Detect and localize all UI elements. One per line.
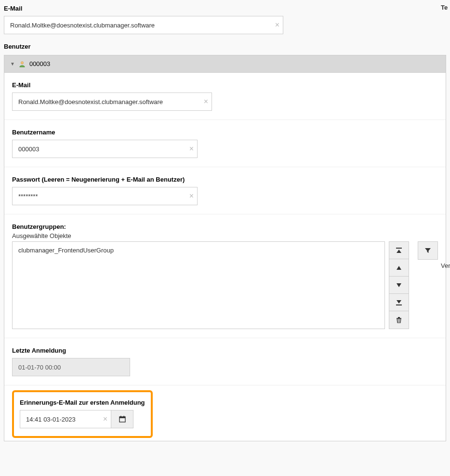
reminder-label: Erinnerungs-E-Mail zur ersten Anmeldung: [20, 399, 145, 406]
delete-button[interactable]: [389, 311, 409, 329]
cutoff-label-right: Te: [441, 4, 448, 11]
move-down-icon: [396, 282, 402, 289]
benutzer-section-label: Benutzer: [4, 43, 446, 50]
svg-rect-2: [396, 304, 402, 305]
filter-icon: [424, 247, 431, 254]
clear-icon[interactable]: ×: [275, 21, 279, 29]
groups-label: Benutzergruppen:: [12, 223, 438, 230]
reminder-date-input[interactable]: [20, 410, 111, 428]
list-item[interactable]: clubmanager_FrontendUserGroup: [18, 247, 379, 254]
user-icon: [19, 61, 26, 67]
calendar-button[interactable]: [111, 410, 133, 428]
email-input[interactable]: [12, 93, 212, 111]
move-bottom-icon: [395, 299, 403, 306]
clear-icon[interactable]: ×: [103, 415, 107, 423]
filter-button[interactable]: [418, 242, 437, 259]
cutoff-label-right-groups: Verf: [441, 262, 450, 269]
move-down-button[interactable]: [389, 277, 409, 294]
username-input[interactable]: [12, 140, 198, 158]
email-label: E-Mail: [12, 81, 438, 89]
svg-point-0: [21, 61, 23, 64]
last-login-label: Letzte Anmeldung: [12, 347, 438, 354]
svg-rect-8: [119, 417, 125, 418]
reminder-highlight: Erinnerungs-E-Mail zur ersten Anmeldung …: [12, 390, 153, 438]
move-top-button[interactable]: [389, 242, 409, 259]
reorder-button-stack: [389, 241, 409, 329]
calendar-icon: [119, 415, 126, 423]
clear-icon[interactable]: ×: [204, 98, 208, 106]
groups-sub-label: Ausgewählte Objekte: [12, 232, 438, 239]
svg-rect-9: [120, 416, 121, 417]
clear-icon[interactable]: ×: [189, 192, 194, 200]
clear-icon[interactable]: ×: [189, 145, 194, 153]
accordion-title: 000003: [29, 60, 50, 67]
groups-listbox[interactable]: clubmanager_FrontendUserGroup: [12, 241, 385, 329]
svg-rect-4: [398, 317, 400, 318]
move-top-icon: [395, 247, 403, 254]
svg-rect-3: [397, 318, 401, 319]
move-up-icon: [396, 264, 402, 271]
svg-rect-10: [123, 416, 124, 417]
move-bottom-button[interactable]: [389, 294, 409, 311]
trash-icon: [396, 317, 402, 323]
password-label: Passwort (Leeren = Neugenerierung + E-Ma…: [12, 176, 438, 183]
email-label-top: E-Mail: [4, 5, 446, 12]
chevron-down-icon: ▼: [10, 61, 15, 66]
username-label: Benutzername: [12, 129, 438, 136]
accordion-header[interactable]: ▼ 000003: [4, 55, 446, 73]
svg-rect-1: [396, 248, 402, 249]
password-input[interactable]: [12, 187, 198, 205]
last-login-input: [12, 358, 130, 376]
email-input-top[interactable]: [4, 16, 283, 34]
move-up-button[interactable]: [389, 259, 409, 277]
